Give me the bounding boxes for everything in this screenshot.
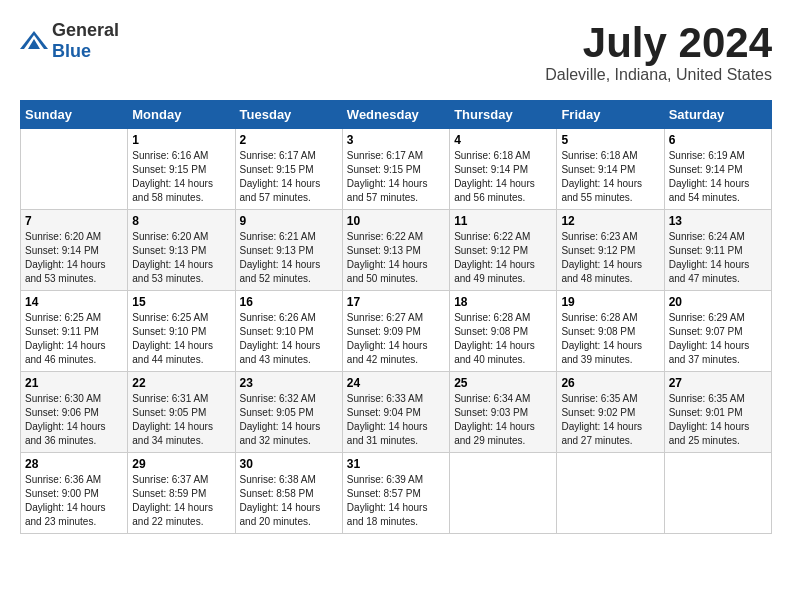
calendar-cell: 14Sunrise: 6:25 AMSunset: 9:11 PMDayligh… [21,291,128,372]
day-info: Sunrise: 6:25 AMSunset: 9:11 PMDaylight:… [25,311,123,367]
day-info: Sunrise: 6:31 AMSunset: 9:05 PMDaylight:… [132,392,230,448]
day-info: Sunrise: 6:33 AMSunset: 9:04 PMDaylight:… [347,392,445,448]
calendar-week-row: 21Sunrise: 6:30 AMSunset: 9:06 PMDayligh… [21,372,772,453]
day-number: 23 [240,376,338,390]
day-info: Sunrise: 6:37 AMSunset: 8:59 PMDaylight:… [132,473,230,529]
column-header-sunday: Sunday [21,101,128,129]
column-header-saturday: Saturday [664,101,771,129]
calendar-cell: 18Sunrise: 6:28 AMSunset: 9:08 PMDayligh… [450,291,557,372]
day-info: Sunrise: 6:23 AMSunset: 9:12 PMDaylight:… [561,230,659,286]
day-number: 3 [347,133,445,147]
calendar-cell: 6Sunrise: 6:19 AMSunset: 9:14 PMDaylight… [664,129,771,210]
calendar-cell: 27Sunrise: 6:35 AMSunset: 9:01 PMDayligh… [664,372,771,453]
day-number: 21 [25,376,123,390]
day-info: Sunrise: 6:39 AMSunset: 8:57 PMDaylight:… [347,473,445,529]
day-number: 26 [561,376,659,390]
calendar-cell: 30Sunrise: 6:38 AMSunset: 8:58 PMDayligh… [235,453,342,534]
calendar-cell: 26Sunrise: 6:35 AMSunset: 9:02 PMDayligh… [557,372,664,453]
calendar-cell: 3Sunrise: 6:17 AMSunset: 9:15 PMDaylight… [342,129,449,210]
logo-icon [20,31,48,51]
day-info: Sunrise: 6:35 AMSunset: 9:02 PMDaylight:… [561,392,659,448]
day-number: 20 [669,295,767,309]
calendar-cell: 23Sunrise: 6:32 AMSunset: 9:05 PMDayligh… [235,372,342,453]
calendar-cell: 7Sunrise: 6:20 AMSunset: 9:14 PMDaylight… [21,210,128,291]
column-header-friday: Friday [557,101,664,129]
calendar-cell: 24Sunrise: 6:33 AMSunset: 9:04 PMDayligh… [342,372,449,453]
day-number: 14 [25,295,123,309]
logo: General Blue [20,20,119,62]
calendar-cell: 9Sunrise: 6:21 AMSunset: 9:13 PMDaylight… [235,210,342,291]
calendar-cell: 13Sunrise: 6:24 AMSunset: 9:11 PMDayligh… [664,210,771,291]
calendar-cell: 25Sunrise: 6:34 AMSunset: 9:03 PMDayligh… [450,372,557,453]
calendar-table: SundayMondayTuesdayWednesdayThursdayFrid… [20,100,772,534]
day-number: 2 [240,133,338,147]
day-number: 12 [561,214,659,228]
day-info: Sunrise: 6:21 AMSunset: 9:13 PMDaylight:… [240,230,338,286]
calendar-cell: 28Sunrise: 6:36 AMSunset: 9:00 PMDayligh… [21,453,128,534]
column-header-wednesday: Wednesday [342,101,449,129]
calendar-cell: 21Sunrise: 6:30 AMSunset: 9:06 PMDayligh… [21,372,128,453]
day-info: Sunrise: 6:17 AMSunset: 9:15 PMDaylight:… [240,149,338,205]
calendar-cell: 19Sunrise: 6:28 AMSunset: 9:08 PMDayligh… [557,291,664,372]
column-header-tuesday: Tuesday [235,101,342,129]
day-info: Sunrise: 6:26 AMSunset: 9:10 PMDaylight:… [240,311,338,367]
day-number: 29 [132,457,230,471]
calendar-cell: 31Sunrise: 6:39 AMSunset: 8:57 PMDayligh… [342,453,449,534]
day-info: Sunrise: 6:35 AMSunset: 9:01 PMDaylight:… [669,392,767,448]
day-number: 24 [347,376,445,390]
day-info: Sunrise: 6:24 AMSunset: 9:11 PMDaylight:… [669,230,767,286]
calendar-week-row: 28Sunrise: 6:36 AMSunset: 9:00 PMDayligh… [21,453,772,534]
day-info: Sunrise: 6:18 AMSunset: 9:14 PMDaylight:… [454,149,552,205]
day-number: 9 [240,214,338,228]
day-number: 5 [561,133,659,147]
day-number: 15 [132,295,230,309]
day-info: Sunrise: 6:28 AMSunset: 9:08 PMDaylight:… [561,311,659,367]
day-info: Sunrise: 6:20 AMSunset: 9:13 PMDaylight:… [132,230,230,286]
calendar-week-row: 1Sunrise: 6:16 AMSunset: 9:15 PMDaylight… [21,129,772,210]
day-number: 10 [347,214,445,228]
day-number: 8 [132,214,230,228]
day-number: 11 [454,214,552,228]
day-info: Sunrise: 6:18 AMSunset: 9:14 PMDaylight:… [561,149,659,205]
calendar-cell: 1Sunrise: 6:16 AMSunset: 9:15 PMDaylight… [128,129,235,210]
day-info: Sunrise: 6:28 AMSunset: 9:08 PMDaylight:… [454,311,552,367]
day-number: 7 [25,214,123,228]
day-info: Sunrise: 6:20 AMSunset: 9:14 PMDaylight:… [25,230,123,286]
day-info: Sunrise: 6:22 AMSunset: 9:13 PMDaylight:… [347,230,445,286]
calendar-cell: 16Sunrise: 6:26 AMSunset: 9:10 PMDayligh… [235,291,342,372]
calendar-cell: 15Sunrise: 6:25 AMSunset: 9:10 PMDayligh… [128,291,235,372]
day-info: Sunrise: 6:32 AMSunset: 9:05 PMDaylight:… [240,392,338,448]
day-number: 18 [454,295,552,309]
title-area: July 2024 Daleville, Indiana, United Sta… [545,20,772,84]
day-number: 28 [25,457,123,471]
calendar-cell: 2Sunrise: 6:17 AMSunset: 9:15 PMDaylight… [235,129,342,210]
calendar-cell: 10Sunrise: 6:22 AMSunset: 9:13 PMDayligh… [342,210,449,291]
calendar-week-row: 7Sunrise: 6:20 AMSunset: 9:14 PMDaylight… [21,210,772,291]
day-info: Sunrise: 6:22 AMSunset: 9:12 PMDaylight:… [454,230,552,286]
calendar-cell: 29Sunrise: 6:37 AMSunset: 8:59 PMDayligh… [128,453,235,534]
calendar-cell: 5Sunrise: 6:18 AMSunset: 9:14 PMDaylight… [557,129,664,210]
day-number: 13 [669,214,767,228]
day-number: 16 [240,295,338,309]
day-number: 27 [669,376,767,390]
day-info: Sunrise: 6:34 AMSunset: 9:03 PMDaylight:… [454,392,552,448]
day-number: 4 [454,133,552,147]
calendar-cell: 22Sunrise: 6:31 AMSunset: 9:05 PMDayligh… [128,372,235,453]
day-info: Sunrise: 6:38 AMSunset: 8:58 PMDaylight:… [240,473,338,529]
header: General Blue July 2024 Daleville, Indian… [20,20,772,84]
column-header-thursday: Thursday [450,101,557,129]
day-info: Sunrise: 6:16 AMSunset: 9:15 PMDaylight:… [132,149,230,205]
day-info: Sunrise: 6:36 AMSunset: 9:00 PMDaylight:… [25,473,123,529]
day-info: Sunrise: 6:17 AMSunset: 9:15 PMDaylight:… [347,149,445,205]
day-number: 6 [669,133,767,147]
main-title: July 2024 [545,20,772,66]
calendar-cell: 11Sunrise: 6:22 AMSunset: 9:12 PMDayligh… [450,210,557,291]
day-number: 31 [347,457,445,471]
calendar-cell: 4Sunrise: 6:18 AMSunset: 9:14 PMDaylight… [450,129,557,210]
column-header-monday: Monday [128,101,235,129]
day-number: 17 [347,295,445,309]
day-info: Sunrise: 6:27 AMSunset: 9:09 PMDaylight:… [347,311,445,367]
calendar-cell: 17Sunrise: 6:27 AMSunset: 9:09 PMDayligh… [342,291,449,372]
calendar-cell [557,453,664,534]
day-number: 22 [132,376,230,390]
